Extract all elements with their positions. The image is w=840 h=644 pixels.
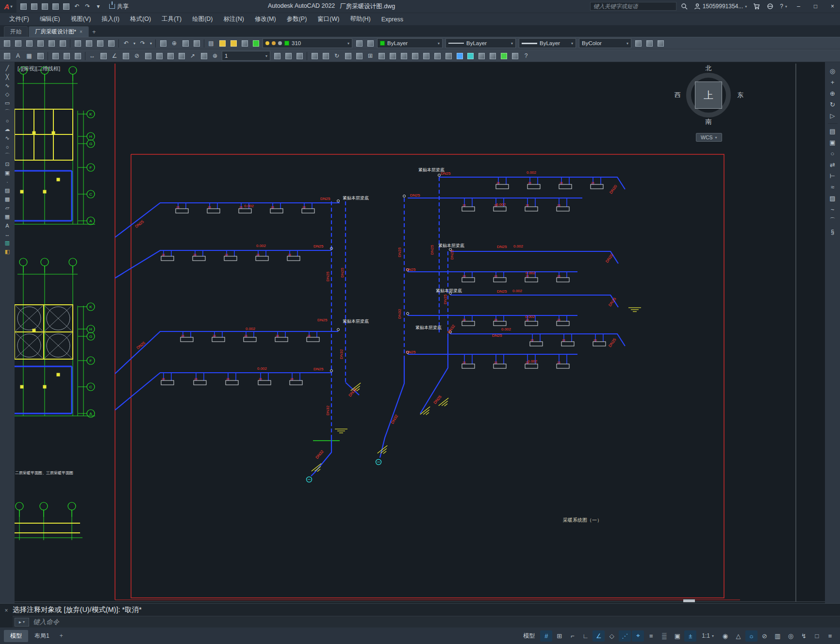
layer-states-icon[interactable] bbox=[365, 38, 376, 49]
compass-north[interactable]: 北 bbox=[706, 64, 712, 73]
radiator[interactable] bbox=[494, 364, 506, 368]
scale-icon[interactable] bbox=[421, 50, 431, 61]
tab-close-icon[interactable]: × bbox=[80, 29, 82, 34]
baseline-dimension-icon[interactable] bbox=[165, 50, 176, 61]
tolerance-icon[interactable] bbox=[198, 50, 209, 61]
continue-dimension-icon[interactable] bbox=[176, 50, 187, 61]
radiator[interactable] bbox=[557, 207, 569, 211]
delete-duplicates-icon[interactable]: ≈ bbox=[826, 182, 839, 192]
explode-icon[interactable] bbox=[454, 50, 465, 61]
tab-document[interactable]: 厂房采暖设计图* × bbox=[29, 26, 89, 37]
radiator[interactable] bbox=[494, 207, 506, 211]
tool-palettes-icon[interactable]: ▥ bbox=[1, 239, 13, 247]
menu-express[interactable]: Express bbox=[376, 13, 409, 25]
supply-run[interactable] bbox=[450, 295, 618, 307]
radiator[interactable] bbox=[494, 321, 506, 326]
radiator[interactable] bbox=[161, 256, 174, 261]
radiator[interactable] bbox=[302, 209, 314, 213]
copy-object-icon[interactable] bbox=[320, 50, 331, 61]
radiator[interactable] bbox=[462, 364, 475, 368]
qat-dropdown-icon[interactable]: ▾ bbox=[93, 1, 103, 11]
command-input[interactable]: ▸ ▾ 键入命令 bbox=[13, 616, 840, 627]
radiator[interactable] bbox=[462, 207, 475, 211]
polar-icon[interactable]: ∠ bbox=[593, 630, 605, 642]
leader-icon[interactable]: ↗ bbox=[187, 50, 198, 61]
model-tab[interactable]: 模型 bbox=[4, 630, 28, 642]
workspace-icon[interactable]: ☼ bbox=[745, 630, 758, 642]
copy-icon[interactable] bbox=[83, 38, 94, 49]
region-icon[interactable]: ▱ bbox=[1, 204, 13, 212]
qsave-icon[interactable] bbox=[40, 1, 50, 11]
plot-icon[interactable] bbox=[61, 1, 71, 11]
help-button[interactable]: ? ▾ bbox=[778, 3, 789, 10]
account-button[interactable]: 15059991354... ▾ bbox=[692, 3, 749, 10]
radiator[interactable] bbox=[239, 209, 251, 213]
menu-window[interactable]: 窗口(W) bbox=[312, 13, 345, 25]
ellipse-arc-icon[interactable]: ⌒ bbox=[1, 151, 13, 160]
radiator[interactable] bbox=[226, 380, 238, 385]
insert-block-icon[interactable]: ⊡ bbox=[1, 160, 13, 168]
clean-screen-icon[interactable]: □ bbox=[811, 630, 823, 642]
autoscale-icon[interactable]: △ bbox=[732, 630, 744, 642]
open-icon[interactable] bbox=[13, 38, 23, 49]
layer-off-icon[interactable] bbox=[217, 38, 228, 49]
trim-icon[interactable] bbox=[376, 50, 387, 61]
menu-help[interactable]: 帮助(H) bbox=[345, 13, 376, 25]
compass-south[interactable]: 南 bbox=[706, 117, 712, 126]
group-icon[interactable] bbox=[465, 50, 476, 61]
construction-line-icon[interactable]: ╳ bbox=[1, 73, 13, 81]
saveas-icon[interactable] bbox=[50, 1, 61, 11]
units-icon[interactable] bbox=[61, 50, 72, 61]
radiator[interactable] bbox=[307, 337, 319, 342]
linetype-combo[interactable]: ByLayer ▾ bbox=[445, 38, 516, 48]
radiator[interactable] bbox=[181, 337, 193, 342]
copy-nested-icon[interactable]: ▣ bbox=[826, 137, 839, 148]
draworder-icon[interactable] bbox=[487, 50, 498, 61]
supply-run[interactable] bbox=[115, 373, 331, 410]
isolate-icon[interactable]: ◎ bbox=[785, 630, 797, 642]
markup-icon[interactable] bbox=[655, 38, 666, 49]
supply-run[interactable] bbox=[115, 203, 340, 237]
otrack-icon[interactable]: ⋰ bbox=[619, 630, 631, 642]
properties-icon[interactable] bbox=[633, 38, 643, 49]
lineweight-combo[interactable]: ByLayer ▾ bbox=[519, 38, 576, 48]
layer-lock-icon[interactable] bbox=[239, 38, 250, 49]
properties-palette-icon[interactable]: ◧ bbox=[1, 248, 13, 256]
mirror-icon[interactable] bbox=[343, 50, 353, 61]
quick-dimension-icon[interactable] bbox=[154, 50, 165, 61]
layer-walk-icon[interactable]: ▤ bbox=[826, 126, 839, 136]
system-variables-icon[interactable]: § bbox=[826, 227, 839, 237]
trim-extend-icon[interactable]: ⊢ bbox=[826, 171, 839, 181]
radiator[interactable] bbox=[176, 209, 188, 213]
undo-caret[interactable]: ▾ bbox=[132, 38, 137, 49]
redo-icon[interactable]: ↷ bbox=[82, 1, 93, 11]
quickcalc-icon[interactable] bbox=[510, 50, 520, 61]
line-icon[interactable]: ╱ bbox=[1, 64, 13, 72]
dim-edit-icon[interactable] bbox=[272, 50, 282, 61]
ungroup-icon[interactable] bbox=[476, 50, 487, 61]
transparency-icon[interactable]: ▒ bbox=[658, 630, 670, 642]
menu-parametric[interactable]: 参数(P) bbox=[281, 13, 313, 25]
share-button[interactable]: 共享 bbox=[105, 2, 132, 11]
radiator[interactable] bbox=[212, 337, 225, 342]
undo-icon[interactable]: ↶ bbox=[121, 38, 132, 49]
command-close-icon[interactable]: × bbox=[0, 604, 13, 627]
radiator[interactable] bbox=[525, 207, 538, 211]
linear-dimension-icon[interactable]: ↔ bbox=[87, 50, 98, 61]
radiator[interactable] bbox=[193, 256, 205, 261]
radiator[interactable] bbox=[557, 278, 569, 282]
supply-run[interactable] bbox=[439, 177, 625, 189]
menu-view[interactable]: 视图(V) bbox=[66, 13, 97, 25]
add-layout-button[interactable]: + bbox=[56, 630, 67, 641]
annotation-scale-button[interactable]: 1:1 ▾ bbox=[697, 632, 718, 639]
supply-run[interactable] bbox=[450, 251, 618, 264]
radiator[interactable] bbox=[559, 184, 572, 189]
annotation-visibility-icon[interactable]: ◉ bbox=[719, 630, 731, 642]
menu-format[interactable]: 格式(O) bbox=[125, 13, 156, 25]
array-icon[interactable]: ⊞ bbox=[365, 50, 376, 61]
supply-run[interactable] bbox=[115, 250, 331, 278]
riser-tail[interactable] bbox=[380, 357, 404, 458]
menu-draw[interactable]: 绘图(D) bbox=[187, 13, 218, 25]
dim-text-edit-icon[interactable] bbox=[283, 50, 294, 61]
compass-west[interactable]: 西 bbox=[675, 91, 681, 99]
